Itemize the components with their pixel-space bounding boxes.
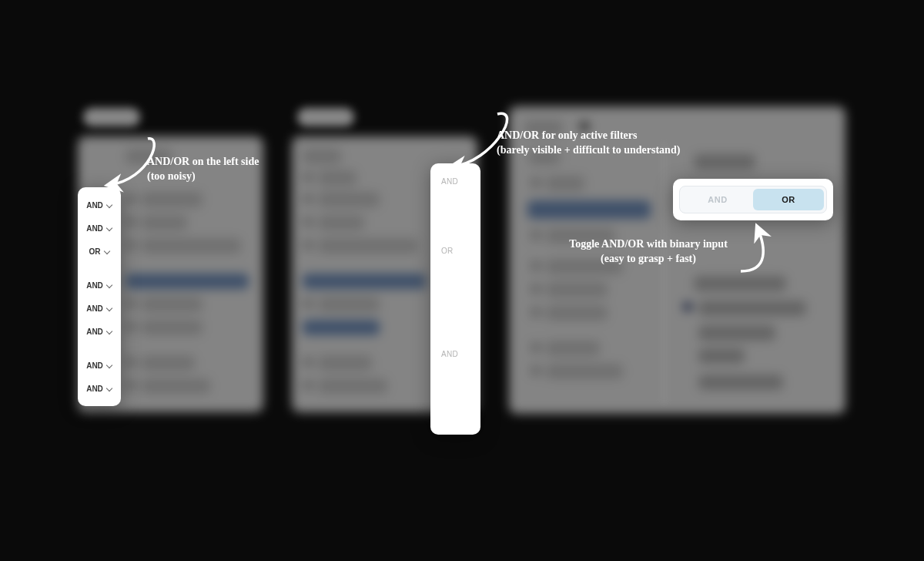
gutter-label: OR [430,239,480,262]
toggle-or-option[interactable]: OR [753,189,824,210]
andor-dropdown[interactable]: AND [78,193,121,217]
andor-dropdown[interactable]: AND [78,297,121,320]
gutter-label [430,399,480,422]
annotation-middle: AND/OR for only active filters (barely v… [497,129,680,158]
chevron-down-icon [106,202,112,208]
gutter-label [430,273,480,296]
dd-label: AND [86,201,103,210]
andor-dropdown[interactable]: OR [78,240,121,263]
toggle-and-option[interactable]: AND [682,189,753,210]
gutter-label [430,216,480,239]
gutter-label [430,296,480,319]
annotation-text: Toggle AND/OR with binary input [548,237,748,252]
dd-label: AND [86,361,103,370]
annotation-text: (barely visible + difficult to understan… [497,143,680,158]
gutter-label: AND [430,170,480,193]
chevron-down-icon [104,248,110,254]
dd-label: AND [86,385,103,393]
toggle-label: OR [782,195,795,204]
andor-dropdown[interactable]: AND [78,217,121,240]
annotation-text: (too noisy) [147,170,259,184]
mock-badge [297,108,354,126]
andor-dropdown[interactable]: AND [78,274,121,297]
gutter-label: AND [430,342,480,365]
gutter-label [430,376,480,399]
mock-divider [664,143,665,405]
gutter-stack-card: AND OR AND [430,163,480,435]
dd-label: AND [86,328,103,336]
andor-dropdown[interactable]: AND [78,320,121,343]
gutter-label [430,193,480,216]
annotation-text: AND/OR for only active filters [497,129,680,143]
annotation-right: Toggle AND/OR with binary input (easy to… [548,237,748,267]
toggle-label: AND [708,195,727,204]
dd-label: AND [86,281,103,290]
toggle-card: AND OR [673,179,833,220]
andor-segmented-control: AND OR [679,186,827,213]
mock-badge [83,108,140,126]
chevron-down-icon [106,362,112,368]
gutter-label [430,319,480,342]
dropdown-stack-card: AND AND OR AND AND AND AND AND [78,187,121,406]
dd-label: OR [89,247,101,256]
chevron-down-icon [106,328,112,334]
chevron-down-icon [106,282,112,288]
andor-dropdown[interactable]: AND [78,377,121,400]
annotation-text: (easy to grasp + fast) [548,252,748,267]
annotation-text: AND/OR on the left side [147,155,259,170]
chevron-down-icon [106,385,112,391]
chevron-down-icon [106,305,112,311]
chevron-down-icon [106,225,112,231]
annotation-left: AND/OR on the left side (too noisy) [147,155,259,184]
andor-dropdown[interactable]: AND [78,354,121,377]
dd-label: AND [86,224,103,233]
dd-label: AND [86,304,103,313]
